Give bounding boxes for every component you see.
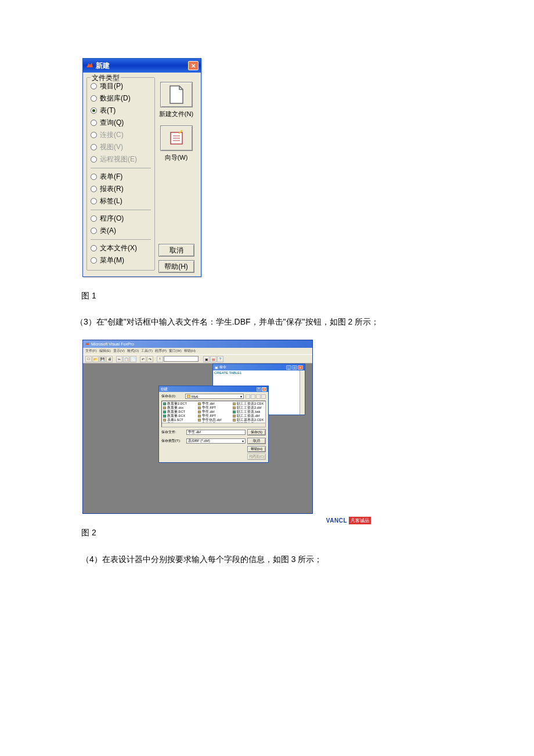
cmd-icon: ▣ — [215, 365, 218, 369]
radio-icon — [91, 132, 97, 138]
file-icon — [163, 406, 166, 409]
list-item: 学生.FPT — [198, 414, 230, 418]
file-icon — [163, 402, 166, 405]
wizard-icon — [168, 130, 185, 146]
folder-dropdown[interactable]: My6 ▾ — [185, 394, 244, 399]
file-icon — [163, 415, 166, 417]
up-icon[interactable] — [251, 394, 255, 399]
cancel-button[interactable]: 取消 — [158, 244, 194, 257]
save-button[interactable]: 保存(S) — [247, 429, 266, 435]
close-icon[interactable]: × — [298, 365, 303, 370]
document-page: 新建 ✕ 文件类型 项目(P) 数据库(D) 表(T) 查询(Q) 连接(C) … — [0, 0, 534, 567]
figure2-caption: 图 2 — [81, 525, 470, 540]
tb-print-icon[interactable]: 🖨 — [106, 356, 113, 362]
filename-input[interactable]: 学生.dbf — [186, 430, 246, 435]
help-icon[interactable]: ? — [257, 387, 261, 391]
radio-label[interactable]: 标签(L) — [91, 195, 151, 207]
menu-window[interactable]: 窗口(W) — [169, 348, 182, 354]
radio-program[interactable]: 程序(O) — [91, 213, 151, 225]
radio-menu[interactable]: 菜单(M) — [91, 254, 151, 267]
tb-help-icon[interactable]: ? — [217, 356, 223, 362]
tb-undo-icon[interactable]: ↶ — [140, 356, 146, 362]
tb-db-icon[interactable]: ▤ — [210, 356, 217, 362]
radio-form[interactable]: 表单(F) — [91, 171, 151, 183]
create-titlebar[interactable]: 创建 ? × — [159, 386, 268, 392]
radio-icon — [91, 186, 97, 192]
tb-copy-icon[interactable]: 📋 — [123, 356, 129, 362]
tb-open-icon[interactable]: 📂 — [92, 356, 99, 362]
views-icon[interactable] — [261, 394, 266, 399]
tb-combo[interactable] — [164, 356, 199, 362]
back-icon[interactable] — [246, 394, 250, 399]
menu-program[interactable]: 程序(P) — [155, 348, 167, 354]
list-item: 学生信息.FPT — [198, 422, 230, 426]
list-item: 学生.FPT — [198, 406, 230, 410]
menu-edit[interactable]: 编辑(E) — [99, 348, 111, 354]
dialog-titlebar[interactable]: 新建 ✕ — [83, 59, 201, 73]
tb-save-icon[interactable]: 💾 — [99, 356, 106, 362]
menu-format[interactable]: 格式(O) — [127, 348, 139, 354]
tb-cut-icon[interactable]: ✂ — [116, 356, 122, 362]
create-dialog: 创建 ? × 保存在(I): My6 ▾ — [158, 386, 269, 463]
tb-new-icon[interactable]: □ — [85, 356, 92, 362]
list-item: 教育量.DCX — [163, 414, 196, 418]
radio-database[interactable]: 数据库(D) — [91, 92, 151, 105]
file-icon — [233, 411, 236, 413]
paragraph-4: （4）在表设计器中分别按要求输入每个字段的信息，如图 3 所示； — [81, 552, 470, 567]
list-item: 职工工资表.bak — [233, 410, 266, 414]
list-item: 职工基本表2.dbf — [233, 422, 266, 426]
paragraph-3: （3）在"创建"对话框中输入表文件名：学生.DBF，并单击"保存"按钮，如图 2… — [75, 315, 470, 329]
vfp-toolbar[interactable]: □ 📂 💾 🖨 ✂ 📋 📄 ↶ ↷ ! ▣ ▤ ? — [83, 354, 312, 363]
help-button[interactable]: 帮助(H) — [158, 260, 194, 273]
vfp-workspace: ▣ 命令 _ □ × CREATE TABLE1 — [83, 363, 312, 513]
tb-paste-icon[interactable]: 📄 — [130, 356, 136, 362]
cancel-button[interactable]: 取消 — [247, 438, 266, 444]
radio-icon — [91, 120, 97, 126]
foxpro-icon — [85, 62, 93, 70]
radio-class[interactable]: 类(A) — [91, 225, 151, 237]
save-in-label: 保存在(I): — [161, 394, 183, 399]
wizard-label: 向导(W) — [165, 153, 188, 162]
wizard-button[interactable] — [160, 125, 193, 151]
folder-icon — [187, 395, 190, 398]
close-icon[interactable]: × — [262, 387, 266, 391]
file-list[interactable]: 教育量2.DCT 教育量.dcx 教育量.DCT 教育量.DCX 表单1.SCT… — [161, 401, 266, 427]
menu-file[interactable]: 文件(F) — [85, 348, 97, 354]
help-button[interactable]: 帮助(H) — [247, 446, 266, 452]
radio-connection: 连接(C) — [91, 129, 151, 141]
maximize-icon[interactable]: □ — [292, 365, 297, 370]
list-item: 学生.dbf — [198, 402, 230, 406]
radio-icon — [91, 95, 97, 102]
radio-report[interactable]: 报表(R) — [91, 183, 151, 195]
filetype-label: 保存类型(T): — [161, 438, 185, 444]
menu-view[interactable]: 显示(V) — [113, 348, 125, 354]
radio-table[interactable]: 表(T) — [91, 105, 151, 117]
command-titlebar[interactable]: ▣ 命令 _ □ × — [213, 364, 305, 370]
foxpro-icon — [85, 341, 89, 347]
tb-form-icon[interactable]: ▣ — [203, 356, 210, 362]
file-icon — [163, 423, 166, 426]
close-icon[interactable]: ✕ — [188, 61, 199, 70]
filename-label: 保存文件: — [161, 430, 185, 435]
radio-remote-view: 远程视图(E) — [91, 153, 151, 165]
filetype-dropdown[interactable]: 表/DBF (*.dbf)▾ — [186, 438, 246, 444]
vfp-menubar[interactable]: 文件(F) 编辑(E) 显示(V) 格式(O) 工具(T) 程序(P) 窗口(W… — [83, 348, 312, 354]
radio-icon — [91, 198, 97, 204]
menu-tools[interactable]: 工具(T) — [141, 348, 153, 354]
list-item: 职工工资表2.CDX — [233, 402, 266, 406]
file-type-label: 文件类型 — [91, 73, 121, 83]
dialog-title: 新建 — [96, 61, 110, 71]
radio-query[interactable]: 查询(Q) — [91, 117, 151, 129]
list-item: 职工基本表2.CDX — [233, 418, 266, 422]
new-file-button[interactable] — [160, 82, 193, 107]
tb-redo-icon[interactable]: ↷ — [147, 356, 153, 362]
file-icon — [233, 406, 236, 409]
newfolder-icon[interactable] — [256, 394, 261, 399]
vfp-titlebar[interactable]: Microsoft Visual FoxPro — [83, 340, 312, 348]
minimize-icon[interactable]: _ — [286, 365, 291, 370]
radio-text-file[interactable]: 文本文件(X) — [91, 242, 151, 254]
radio-icon — [91, 228, 97, 234]
vancl-ad[interactable]: VANCL 凡客诚品 — [326, 517, 371, 524]
tb-run-icon[interactable]: ! — [157, 356, 163, 362]
menu-help[interactable]: 帮助(H) — [184, 348, 196, 354]
